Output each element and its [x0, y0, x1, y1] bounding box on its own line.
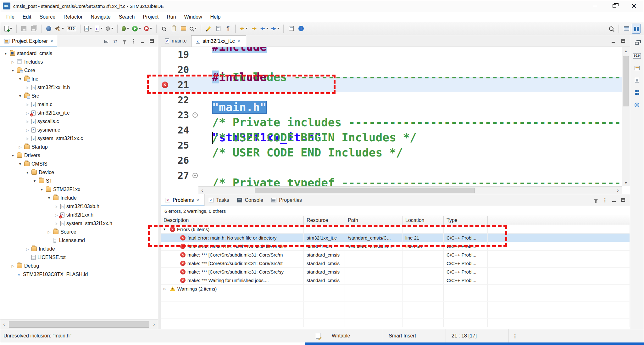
tree-item[interactable]: Source [0, 228, 158, 236]
tree-item[interactable]: Include [0, 245, 158, 253]
show-whitespace-button[interactable]: ¶ [224, 24, 232, 34]
tree-item[interactable]: system_stm32f1xx.h [0, 219, 158, 228]
problem-row[interactable]: make: *** [Core/Src/subdir.mk:31: Core/S… [161, 268, 630, 276]
tree-item[interactable]: stm32f103xb.h [0, 202, 158, 211]
code-line[interactable]: 25 /* USER CODE END Includes */ [161, 138, 622, 153]
tree-item[interactable]: Device [0, 168, 158, 177]
locate-button[interactable] [189, 24, 198, 34]
filter-icon[interactable] [591, 196, 600, 204]
tree-item[interactable]: STM32F1xx [0, 185, 158, 194]
tree-item[interactable]: stm32f1xx.h [0, 211, 158, 219]
build-button[interactable] [54, 24, 65, 34]
minimize-view-icon[interactable] [609, 37, 618, 45]
tree-item[interactable]: STM32F103C8TX_FLASH.ld [0, 270, 158, 279]
expand-arrow-icon[interactable] [11, 153, 15, 158]
save-button[interactable] [19, 24, 28, 34]
expand-arrow-icon[interactable] [32, 179, 37, 183]
menu-item[interactable]: Project [139, 13, 163, 21]
panel-tab[interactable]: Console [233, 194, 267, 206]
tree-item[interactable]: CMSIS [0, 160, 158, 168]
expand-arrow-icon[interactable] [11, 264, 15, 268]
menu-item[interactable]: Window [180, 13, 206, 21]
expand-arrow-icon[interactable] [25, 85, 30, 90]
expand-arrow-icon[interactable] [18, 94, 22, 98]
problem-row[interactable]: make: *** [Core/Src/subdir.mk:31: Core/S… [161, 251, 630, 259]
editor-state-icon[interactable] [316, 333, 320, 339]
filter-icon[interactable] [120, 37, 129, 45]
editor-tab[interactable]: stm32f1xx_it.c [191, 35, 246, 47]
column-header[interactable]: Location [402, 216, 444, 225]
expand-arrow-icon[interactable] [25, 247, 30, 251]
problem-row[interactable] [161, 319, 630, 327]
link-with-editor-icon[interactable]: ⇄ [111, 37, 119, 45]
expand-arrow-icon[interactable] [3, 51, 8, 56]
fold-icon[interactable] [192, 173, 198, 178]
tree-item[interactable]: LICENSE.txt [0, 253, 158, 262]
tree-item[interactable]: Includes [0, 58, 158, 66]
debug-button[interactable] [121, 24, 130, 34]
explorer-horizontal-scrollbar[interactable] [0, 320, 158, 329]
open-perspective-button[interactable] [622, 24, 631, 34]
maximize-view-icon[interactable] [619, 196, 627, 204]
maximize-view-icon[interactable] [147, 37, 156, 45]
problem-row[interactable]: fatal error: stm32f1xx_hal.h: No such fi… [161, 242, 630, 251]
expand-arrow-icon[interactable] [25, 128, 30, 132]
documents-view-icon[interactable] [632, 76, 642, 85]
dropdown-caret-icon[interactable] [10, 28, 12, 29]
new-c-file-button[interactable] [83, 24, 93, 34]
code-line[interactable]: 27 /* Private typedef ------------------… [161, 168, 622, 183]
expand-arrow-icon[interactable] [164, 227, 168, 231]
scrollbar-thumb[interactable] [623, 56, 629, 106]
dropdown-caret-icon[interactable] [150, 28, 152, 29]
editor-tab[interactable]: main.c [161, 35, 191, 47]
dropdown-caret-icon[interactable] [245, 28, 248, 29]
tree-item[interactable]: standard_cmsis [0, 49, 158, 58]
minimize-view-icon[interactable] [610, 196, 618, 204]
restore-views-icon[interactable] [632, 39, 642, 48]
tree-item[interactable]: stm32f1xx_it.c [0, 109, 158, 117]
scrollbar-track[interactable] [206, 187, 614, 194]
expand-arrow-icon[interactable] [11, 60, 15, 64]
binary-tools-button[interactable]: 010 [66, 24, 77, 34]
scrollbar-thumb[interactable] [9, 321, 149, 328]
expand-arrow-icon[interactable] [25, 119, 30, 124]
menu-item[interactable]: Search [115, 13, 139, 21]
problem-row[interactable] [161, 310, 630, 319]
tree-item[interactable]: ST [0, 177, 158, 185]
dropdown-caret-icon[interactable] [127, 28, 129, 29]
column-header[interactable]: Resource [304, 216, 345, 225]
tree-item[interactable]: License.md [0, 236, 158, 245]
scroll-right-icon[interactable] [614, 188, 622, 193]
expand-arrow-icon[interactable] [54, 221, 58, 226]
outline-view-icon[interactable] [632, 64, 642, 72]
insert-mode-status[interactable]: Smart Insert [383, 329, 446, 342]
run-button[interactable] [131, 24, 142, 34]
expand-arrow-icon[interactable] [54, 204, 58, 209]
tree-item[interactable]: Src [0, 92, 158, 100]
statusbar-menu-icon[interactable]: ⋮ [508, 329, 521, 342]
search-entries-button[interactable] [159, 24, 168, 34]
tree-item[interactable]: stm32f1xx_it.h [0, 83, 158, 92]
tree-item[interactable]: syscalls.c [0, 117, 158, 126]
expand-arrow-icon[interactable] [25, 136, 30, 141]
problem-row[interactable]: make: *** Waiting for unfinished jobs...… [161, 276, 630, 285]
save-all-button[interactable] [29, 24, 38, 34]
editor-vertical-scrollbar[interactable] [622, 47, 630, 186]
problem-row[interactable]: Errors (6 items) [161, 225, 630, 234]
scroll-left-icon[interactable] [198, 188, 206, 193]
expand-arrow-icon[interactable] [25, 170, 30, 175]
panel-tab[interactable]: Properties [267, 194, 306, 206]
dropdown-caret-icon[interactable] [111, 28, 114, 29]
scroll-up-icon[interactable] [625, 48, 627, 54]
project-explorer-tab[interactable]: Project Explorer [0, 35, 57, 47]
column-header[interactable]: Type [444, 216, 488, 225]
binary-view-icon[interactable]: 010 [632, 51, 642, 60]
menu-item[interactable]: Edit [19, 13, 36, 21]
panel-tab[interactable]: Tasks [205, 194, 233, 206]
tree-item[interactable]: Core [0, 66, 158, 75]
collapse-all-icon[interactable] [102, 37, 110, 45]
info-button[interactable]: i [297, 24, 305, 34]
tree-item[interactable]: main.c [0, 100, 158, 109]
problem-row[interactable]: fatal error: main.h: No such file or dir… [161, 234, 630, 242]
problem-row[interactable] [161, 293, 630, 302]
